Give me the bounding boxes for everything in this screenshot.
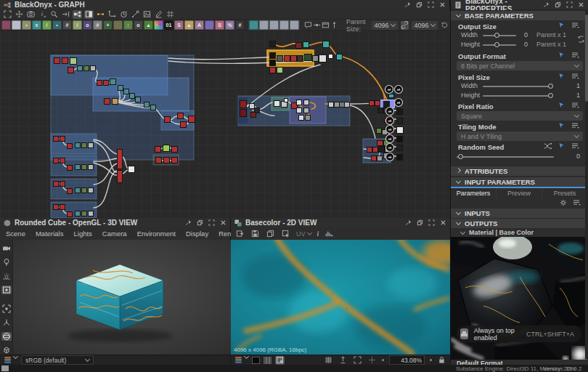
- menu-materials[interactable]: Materials: [36, 230, 64, 238]
- node-shelf-icon[interactable]: S: [215, 20, 224, 30]
- float-icon[interactable]: [555, 1, 561, 8]
- comment-bubble-icon[interactable]: [304, 21, 312, 30]
- pixel-ratio-dropdown[interactable]: Square: [457, 111, 583, 121]
- node-shelf-icon[interactable]: [12, 20, 21, 30]
- node-shelf-icon[interactable]: [205, 20, 214, 30]
- output-format-dropdown[interactable]: 8 Bits per Channel: [457, 61, 583, 70]
- pin-vertical-icon[interactable]: [330, 21, 338, 30]
- channels-icon[interactable]: [4, 356, 17, 364]
- panel-display-icon[interactable]: [84, 10, 94, 19]
- node-shelf-icon[interactable]: +: [103, 20, 113, 30]
- light-bulb-icon[interactable]: [1, 258, 12, 267]
- save-image-icon[interactable]: [250, 230, 260, 238]
- lock-zoom-icon[interactable]: [437, 356, 446, 365]
- slope-tool-icon[interactable]: [131, 10, 140, 19]
- view3d-title-bar[interactable]: Rounded Cube - OpenGL - 3D VIEW: [0, 218, 230, 228]
- pixel-width-slider[interactable]: [483, 86, 552, 87]
- node-shelf-icon[interactable]: [269, 20, 279, 30]
- copy-image-icon[interactable]: [266, 230, 275, 238]
- expose-parameter-icon[interactable]: [558, 73, 565, 80]
- output-item-row[interactable]: Material | Base Color: [451, 228, 588, 237]
- camera-view-icon[interactable]: [1, 244, 12, 253]
- menu-camera[interactable]: Camera: [102, 230, 127, 238]
- timer-icon[interactable]: [119, 10, 128, 19]
- display-frame-icon[interactable]: [1, 286, 12, 294]
- uv-overlay-toggle[interactable]: UV: [296, 230, 311, 238]
- node-shelf-icon[interactable]: ▲: [184, 20, 194, 30]
- axis-gizmo-icon[interactable]: [1, 318, 12, 327]
- close-icon[interactable]: [440, 219, 446, 226]
- histogram-icon[interactable]: [324, 230, 334, 238]
- parameter-menu-icon[interactable]: [571, 22, 579, 29]
- tiling-mode-dropdown[interactable]: H and V Tiling: [457, 132, 583, 141]
- move-tool-icon[interactable]: [15, 10, 24, 19]
- maximize-icon[interactable]: [428, 219, 435, 226]
- reset-size-icon[interactable]: [441, 21, 449, 30]
- pin-icon[interactable]: [405, 219, 412, 226]
- elbow-connector-icon[interactable]: [107, 10, 117, 19]
- graph-title-bar[interactable]: BlackOnyx - GRAPH: [0, 0, 449, 10]
- close-icon[interactable]: [578, 1, 584, 8]
- node-shelf-icon[interactable]: [290, 20, 299, 30]
- section-base-parameters[interactable]: BASE PARAMETERS: [451, 10, 588, 20]
- node-shelf-icon[interactable]: [154, 20, 163, 30]
- random-seed-value[interactable]: 0: [567, 153, 580, 160]
- close-icon[interactable]: [439, 1, 446, 8]
- color-picker-icon[interactable]: [281, 230, 290, 238]
- node-shelf-icon[interactable]: [1, 20, 11, 30]
- parameter-menu-icon[interactable]: [571, 122, 579, 129]
- section-attributes[interactable]: ATTRIBUTES: [451, 166, 588, 176]
- output-width-value[interactable]: 0: [518, 31, 528, 39]
- node-graph-canvas[interactable]: [0, 31, 450, 218]
- node-shelf-icon[interactable]: o: [83, 20, 92, 30]
- channels-icon[interactable]: [234, 356, 248, 364]
- node-shelf-icon[interactable]: /: [42, 20, 52, 30]
- grid-snap-icon[interactable]: [166, 10, 175, 19]
- section-inputs[interactable]: INPUTS: [451, 208, 588, 218]
- node-shelf-icon[interactable]: #: [62, 20, 72, 30]
- view2d-title-bar[interactable]: Basecolor - 2D VIEW: [231, 218, 450, 228]
- tile-grid-icon[interactable]: [324, 356, 333, 365]
- section-input-parameters[interactable]: INPUT PARAMETERS: [451, 177, 588, 187]
- node-shelf-icon[interactable]: ▲: [144, 20, 153, 30]
- tab-presets[interactable]: Presets: [542, 188, 588, 198]
- menu-lights[interactable]: Lights: [73, 230, 91, 238]
- parameter-menu-icon[interactable]: [571, 52, 579, 59]
- pin-icon[interactable]: [404, 1, 411, 8]
- fit-view-icon[interactable]: [1, 304, 12, 313]
- frame-select-icon[interactable]: [3, 10, 12, 19]
- collapse-arrow-icon[interactable]: [61, 10, 70, 19]
- maximize-icon[interactable]: [428, 1, 434, 8]
- node-shelf-icon[interactable]: [259, 20, 269, 30]
- expose-parameter-icon[interactable]: [558, 122, 565, 129]
- link-wh-icon[interactable]: [577, 35, 585, 44]
- background-swatch[interactable]: [252, 357, 260, 364]
- tab-parameters[interactable]: Parameters: [451, 188, 497, 198]
- expose-parameter-icon[interactable]: [558, 102, 565, 109]
- size-dropdown[interactable]: 4096: [412, 21, 438, 30]
- frame-card-icon[interactable]: [322, 21, 330, 30]
- snap-pin-icon[interactable]: [338, 356, 348, 365]
- output-width-mode[interactable]: Parent x 1: [536, 31, 566, 39]
- menu-display[interactable]: Display: [186, 230, 208, 238]
- pan-cross-icon[interactable]: [367, 356, 377, 365]
- node-shelf-icon[interactable]: /: [73, 20, 82, 30]
- properties-scrollbar[interactable]: [585, 10, 588, 359]
- gear-icon[interactable]: [560, 199, 567, 206]
- node-shelf-icon[interactable]: S: [174, 20, 184, 30]
- pin-icon[interactable]: [543, 1, 550, 8]
- expose-parameter-icon[interactable]: [558, 22, 565, 29]
- node-shelf-icon[interactable]: #: [93, 20, 102, 30]
- material-preview-image[interactable]: Always on top enabled CTRL+SHIFT+A: [451, 237, 588, 360]
- float-icon[interactable]: [417, 219, 423, 226]
- node-shelf-icon[interactable]: 01: [164, 20, 173, 30]
- node-shelf-icon[interactable]: :: [123, 20, 133, 30]
- close-icon[interactable]: [220, 219, 226, 226]
- maximize-icon[interactable]: [566, 1, 573, 8]
- expose-parameter-icon[interactable]: [558, 142, 565, 150]
- float-icon[interactable]: [416, 1, 422, 8]
- link-sizes-icon[interactable]: [401, 21, 409, 30]
- shuffle-icon[interactable]: [544, 142, 552, 150]
- node-shelf-icon[interactable]: o: [134, 20, 143, 30]
- pixel-height-value[interactable]: 1: [567, 92, 580, 99]
